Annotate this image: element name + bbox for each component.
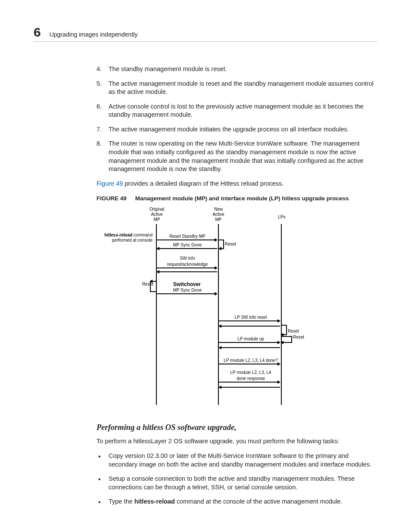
step-item: 4.The standby management module is reset… (97, 65, 377, 74)
connector-h (150, 291, 156, 292)
connector-v (150, 281, 151, 291)
step-number: 5. (97, 80, 102, 88)
section-intro: To perform a hitlessLayer 2 OS software … (97, 437, 377, 446)
msg-lp-done-response: LP module L2, L3, L4 done response (221, 370, 281, 381)
figure-reference-text: provides a detailed diagram of the Hitle… (123, 180, 283, 187)
step-number: 8. (97, 140, 102, 148)
step-text: Active console control is lost to the pr… (109, 103, 364, 118)
msg-mp-sync-done-1: MP Sync Done (159, 242, 216, 248)
figure-label: FIGURE 49 (97, 195, 127, 202)
arrow-left-icon (281, 342, 292, 343)
arrow-left-icon (219, 326, 280, 327)
msg-mp-sync-done-2: MP Sync Done (159, 287, 216, 293)
connector-v (223, 240, 224, 248)
step-text: The active management module initiates t… (109, 126, 349, 133)
step-number: 6. (97, 103, 102, 111)
arrow-right-icon (157, 240, 217, 240)
console-note: hitless-reload command performed at cons… (88, 233, 153, 243)
connector-h (282, 336, 291, 337)
section-heading: Performing a hitless OS software upgrade… (97, 422, 377, 433)
arrow-right-icon (219, 364, 280, 364)
arrow-left-icon (219, 387, 280, 388)
figure-cross-reference-link[interactable]: Figure 49 (97, 180, 123, 187)
msg-switchover: Switchover (161, 281, 213, 288)
arrow-left-icon (150, 281, 156, 282)
lifeline-header-new-mp: New Active MP (201, 207, 236, 222)
msg-reset-1: Reset (225, 241, 236, 247)
bullet-item: Type the hitless-reload command at the c… (97, 498, 377, 506)
step-item: 5.The active management module is reset … (97, 80, 377, 96)
connector-v (291, 336, 292, 342)
figure-title: Management module (MP) and interface mod… (135, 195, 349, 202)
header-title: Upgrading images independently (50, 31, 138, 38)
connector-h (282, 325, 286, 326)
lifeline-header-lps: LPs (265, 215, 299, 220)
bullet-text-post: command at the console of the active man… (175, 498, 342, 505)
step-item: 6.Active console control is lost to the … (97, 103, 377, 119)
msg-lp-sw-info-reset: LP SW info reset (221, 314, 281, 320)
msg-reset-4: Reset (293, 334, 304, 340)
arrow-right-icon (157, 293, 217, 294)
arrow-right-icon (219, 342, 280, 343)
sequence-diagram: Original Active MP New Active MP LPs hit… (105, 207, 321, 409)
page-header: 6 Upgrading images independently (34, 25, 377, 42)
connector-v (286, 325, 287, 334)
page-content: 4.The standby management module is reset… (97, 65, 377, 506)
msg-lp-done-question: LP module L2, L3, L4 done? (216, 358, 285, 364)
step-item: 7.The active management module initiates… (97, 125, 377, 134)
bullet-text: Copy version 02.3.00 or later of the Mul… (109, 452, 371, 468)
lifeline-lps (281, 224, 282, 405)
step-text: The router is now operating on the new M… (109, 140, 364, 172)
arrow-left-icon (157, 248, 217, 249)
bullet-item: Setup a console connection to both the a… (97, 475, 377, 492)
arrow-left-icon (219, 347, 280, 348)
msg-sw-info: SW info request/acknowledge (159, 255, 216, 267)
msg-lp-module-up: LP module up (221, 336, 281, 342)
msg-reset-standby-mp: Reset Standby MP (159, 233, 216, 240)
document-page: 6 Upgrading images independently 4.The s… (0, 0, 411, 532)
msg-reset-3: Reset (288, 328, 299, 334)
console-note-command: hitless-reload (104, 233, 132, 237)
lifeline-new-mp (218, 224, 219, 405)
numbered-steps: 4.The standby management module is reset… (97, 65, 377, 174)
arrow-left-icon (219, 248, 224, 249)
connector-h (219, 240, 223, 240)
bullet-item: Copy version 02.3.00 or later of the Mul… (97, 452, 377, 469)
step-item: 8.The router is now operating on the new… (97, 140, 377, 173)
bullet-text: Setup a console connection to both the a… (109, 475, 355, 491)
step-number: 4. (97, 65, 102, 74)
step-number: 7. (97, 125, 102, 134)
task-bullets: Copy version 02.3.00 or later of the Mul… (97, 452, 377, 506)
arrow-left-icon (157, 271, 217, 272)
figure-caption: FIGURE 49Management module (MP) and inte… (97, 195, 377, 202)
lifeline-original-mp (156, 224, 157, 405)
arrow-right-icon (219, 382, 280, 383)
lifeline-header-original-mp: Original Active MP (140, 207, 174, 222)
figure-reference-paragraph: Figure 49 provides a detailed diagram of… (97, 180, 377, 188)
step-text: The standby management module is reset. (109, 65, 227, 72)
bullet-text-pre: Type the (109, 498, 134, 505)
arrow-right-icon (219, 320, 280, 321)
arrow-left-icon (281, 334, 287, 335)
bullet-text-bold: hitless-reload (134, 498, 175, 505)
arrow-right-icon (157, 268, 217, 268)
chapter-number: 6 (34, 25, 41, 40)
step-text: The active management module is reset an… (109, 80, 374, 96)
